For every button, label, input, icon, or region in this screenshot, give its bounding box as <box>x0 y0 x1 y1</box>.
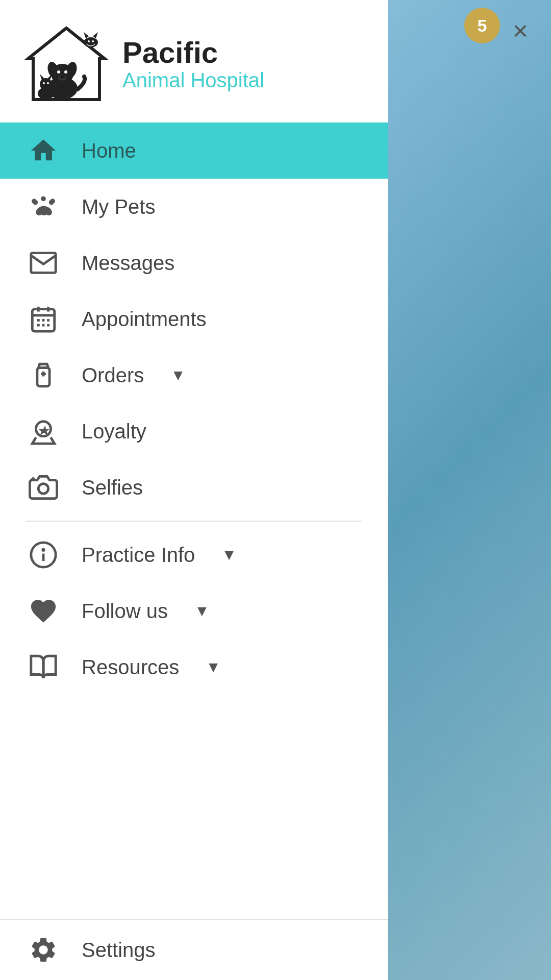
svg-point-18 <box>47 82 49 84</box>
svg-point-10 <box>64 70 67 74</box>
nav-item-selfies[interactable]: Selfies <box>0 459 388 516</box>
paw-icon <box>26 189 61 225</box>
nav-item-home[interactable]: Home <box>0 122 388 179</box>
close-button[interactable]: × <box>500 10 541 51</box>
logo-name: Pacific <box>122 36 264 69</box>
svg-point-3 <box>88 40 90 42</box>
camera-icon <box>26 470 61 505</box>
svg-point-12 <box>61 76 64 79</box>
mail-icon <box>26 245 61 281</box>
nav-item-appointments[interactable]: Appointments <box>0 291 388 347</box>
nav-label-home: Home <box>82 139 136 162</box>
nav-label-selfies: Selfies <box>82 476 143 499</box>
nav-label-practice-info: Practice Info <box>82 544 195 567</box>
logo-text: Pacific Animal Hospital <box>122 36 264 91</box>
svg-point-4 <box>92 40 94 42</box>
logo-container: Pacific Animal Hospital <box>20 23 264 105</box>
orders-chevron: ▼ <box>170 366 186 384</box>
nav-item-follow-us[interactable]: Follow us ▼ <box>0 583 388 639</box>
nav-label-settings: Settings <box>82 939 156 962</box>
info-icon <box>26 537 61 573</box>
notification-area: 5 <box>449 5 500 46</box>
nav-item-settings[interactable]: Settings <box>0 919 388 980</box>
book-icon <box>26 649 61 685</box>
svg-point-9 <box>57 70 60 74</box>
nav-item-messages[interactable]: Messages <box>0 235 388 291</box>
nav-list: Home My Pets Messages <box>0 122 388 919</box>
nav-label-my-pets: My Pets <box>82 195 155 218</box>
nav-label-follow-us: Follow us <box>82 600 168 623</box>
loyalty-icon <box>26 413 61 449</box>
nav-item-my-pets[interactable]: My Pets <box>0 179 388 235</box>
nav-divider <box>26 521 362 522</box>
nav-label-resources: Resources <box>82 656 179 679</box>
navigation-drawer: Pacific Animal Hospital Home My Pets <box>0 0 388 980</box>
nav-item-resources[interactable]: Resources ▼ <box>0 639 388 695</box>
nav-item-loyalty[interactable]: Loyalty <box>0 403 388 459</box>
svg-marker-1 <box>84 32 89 38</box>
svg-point-35 <box>32 477 35 480</box>
gear-icon <box>26 932 61 968</box>
svg-marker-15 <box>40 74 45 80</box>
svg-marker-16 <box>47 74 52 80</box>
nav-label-messages: Messages <box>82 252 174 275</box>
nav-label-loyalty: Loyalty <box>82 420 146 443</box>
logo-icon <box>20 23 112 105</box>
svg-rect-30 <box>37 368 49 386</box>
home-icon <box>26 133 61 168</box>
nav-label-orders: Orders <box>82 364 144 387</box>
notification-badge[interactable]: 5 <box>464 8 500 43</box>
resources-chevron: ▼ <box>206 658 221 676</box>
nav-item-practice-info[interactable]: Practice Info ▼ <box>0 527 388 583</box>
nav-item-orders[interactable]: Orders ▼ <box>0 347 388 403</box>
svg-marker-2 <box>93 32 98 38</box>
follow-us-chevron: ▼ <box>194 602 210 620</box>
svg-point-14 <box>40 78 52 90</box>
drawer-header: Pacific Animal Hospital <box>0 0 388 122</box>
logo-sub: Animal Hospital <box>122 69 264 91</box>
svg-point-17 <box>43 82 45 84</box>
practice-info-chevron: ▼ <box>221 546 237 564</box>
nav-label-appointments: Appointments <box>82 308 207 331</box>
bottle-icon <box>26 357 61 393</box>
svg-point-34 <box>38 484 48 494</box>
heart-icon <box>26 593 61 629</box>
calendar-icon <box>26 301 61 337</box>
